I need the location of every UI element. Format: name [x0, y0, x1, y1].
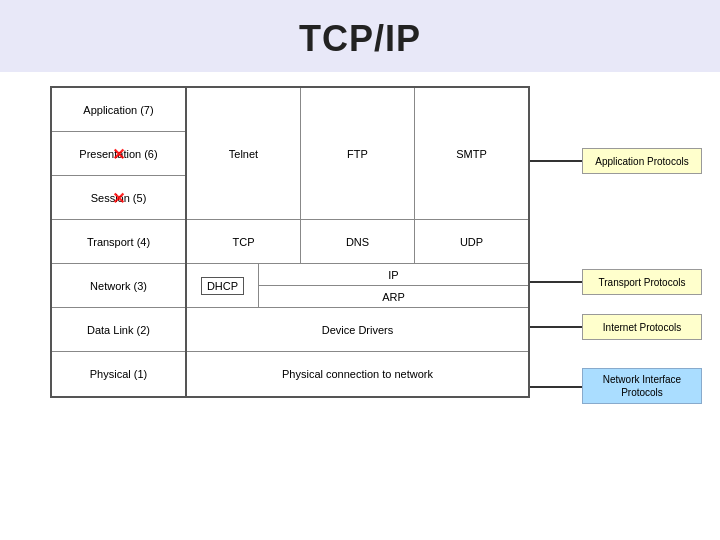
internet-protocols-arrow — [530, 326, 582, 328]
transport-protocols-arrow — [530, 281, 582, 283]
osi-layer-application: Application (7) — [52, 88, 185, 132]
osi-layer-label: Data Link (2) — [87, 324, 150, 336]
osi-layer-label: Network (3) — [90, 280, 147, 292]
transport-proto-row: TCP DNS UDP — [187, 220, 528, 264]
udp-cell: UDP — [415, 220, 528, 263]
app-proto-row: Telnet FTP SMTP — [187, 88, 528, 220]
datalink-proto-row: Device Drivers — [187, 308, 528, 352]
network-proto-row: DHCP IP ARP — [187, 264, 528, 308]
app-protocols-arrow — [530, 160, 582, 162]
osi-layer-label: Transport (4) — [87, 236, 150, 248]
physical-label: Physical connection to network — [282, 368, 433, 380]
main-content: Application (7) Presentation (6) ✕ Sessi… — [20, 86, 700, 398]
osi-layer-datalink: Data Link (2) — [52, 308, 185, 352]
network-if-protocols-annotation: Network Interface Protocols — [582, 368, 702, 404]
physical-proto-row: Physical connection to network — [187, 352, 528, 396]
transport-protocols-annotation: Transport Protocols — [582, 269, 702, 295]
network-if-protocols-arrow — [530, 386, 582, 388]
arp-cell: ARP — [259, 286, 528, 307]
osi-layer-presentation: Presentation (6) ✕ — [52, 132, 185, 176]
internet-protocols-annotation: Internet Protocols — [582, 314, 702, 340]
osi-column: Application (7) Presentation (6) ✕ Sessi… — [52, 88, 187, 396]
datalink-label: Device Drivers — [322, 324, 394, 336]
dhcp-cell: DHCP — [201, 277, 244, 295]
osi-layer-label: Application (7) — [83, 104, 153, 116]
ip-cell: IP — [259, 264, 528, 286]
osi-layer-label: Physical (1) — [90, 368, 147, 380]
osi-layer-session: Session (5) ✕ — [52, 176, 185, 220]
tcpip-column: Telnet FTP SMTP TCP DNS — [187, 88, 528, 396]
tcp-cell: TCP — [187, 220, 301, 263]
osi-layer-physical: Physical (1) — [52, 352, 185, 396]
osi-layer-network: Network (3) — [52, 264, 185, 308]
title-bar: TCP/IP — [0, 0, 720, 72]
telnet-cell: Telnet — [187, 88, 301, 219]
dns-cell: DNS — [301, 220, 415, 263]
smtp-cell: SMTP — [415, 88, 528, 219]
dhcp-area: DHCP — [187, 264, 259, 307]
osi-layer-label: Presentation (6) — [79, 148, 157, 160]
osi-layer-transport: Transport (4) — [52, 220, 185, 264]
app-protocols-annotation: Application Protocols — [582, 148, 702, 174]
page-title: TCP/IP — [299, 18, 421, 59]
ftp-cell: FTP — [301, 88, 415, 219]
page: TCP/IP Application (7) Presentation (6) … — [0, 0, 720, 540]
osi-layer-label: Session (5) — [91, 192, 147, 204]
ip-arp-area: IP ARP — [259, 264, 528, 307]
diagram-outer: Application (7) Presentation (6) ✕ Sessi… — [50, 86, 530, 398]
